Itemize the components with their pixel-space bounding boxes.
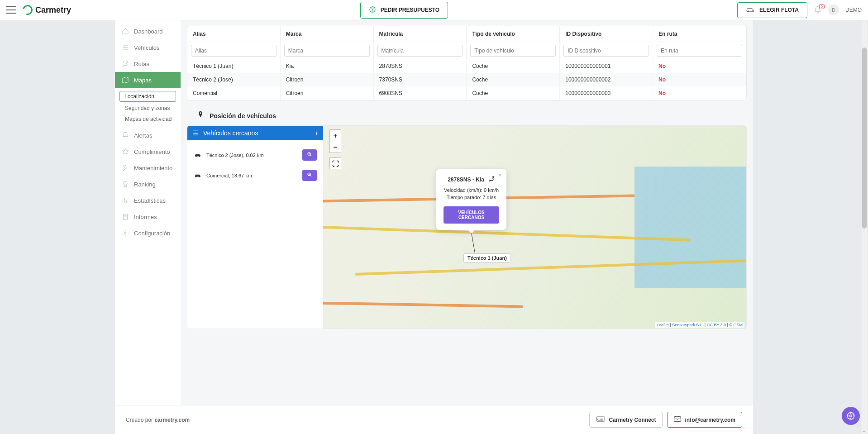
zoom-to-vehicle-button[interactable] bbox=[302, 170, 317, 181]
filter-matricula[interactable] bbox=[377, 45, 463, 57]
nearby-vehicles-button[interactable]: VEHÍCULOS CERCANOS bbox=[444, 206, 499, 224]
nearby-item[interactable]: Comercial, 13.67 km bbox=[192, 165, 319, 186]
svg-point-22 bbox=[850, 415, 852, 417]
popup-title: 2878SNS - Kia bbox=[448, 176, 484, 183]
nearby-title: Vehículos cercanos bbox=[203, 129, 258, 137]
section-title: Posición de vehículos bbox=[210, 112, 276, 119]
brand-logo[interactable]: Carmetry bbox=[23, 5, 71, 15]
choose-fleet-button[interactable]: ELEGIR FLOTA bbox=[737, 2, 807, 18]
star-icon bbox=[121, 148, 129, 156]
keyboard-icon bbox=[596, 416, 605, 424]
marker-label: Técnico 1 (Juan) bbox=[463, 253, 511, 262]
fullscreen-button[interactable]: ⛶ bbox=[329, 157, 341, 169]
nav-rutas[interactable]: Rutas bbox=[115, 56, 181, 72]
user-avatar[interactable]: D bbox=[828, 5, 839, 15]
sub-localizacion[interactable]: Localización bbox=[119, 91, 176, 102]
nav-configuracion[interactable]: Configuración bbox=[115, 225, 181, 241]
topbar: Carmetry PEDIR PRESUPUESTO ELEGIR FLOTA … bbox=[0, 0, 868, 20]
fleet-label: ELEGIR FLOTA bbox=[759, 7, 799, 13]
filter-marca[interactable] bbox=[284, 45, 370, 57]
vehicles-table: Alias Marca Matrícula Tipo de vehículo I… bbox=[187, 26, 746, 100]
wrench-icon bbox=[121, 164, 129, 172]
nav-mantenimiento[interactable]: Mantenimiento bbox=[115, 160, 181, 176]
footer-link[interactable]: carmetry.com bbox=[154, 417, 190, 423]
notifications-button[interactable]: 0 bbox=[814, 6, 822, 14]
svg-point-16 bbox=[493, 176, 494, 178]
svg-point-13 bbox=[199, 176, 200, 177]
th-matricula[interactable]: Matrícula bbox=[373, 26, 467, 42]
sub-actividad[interactable]: Mapas de actividad bbox=[115, 114, 181, 124]
mail-icon bbox=[674, 416, 681, 423]
route-icon bbox=[121, 60, 129, 68]
svg-point-6 bbox=[124, 181, 127, 185]
sub-seguridad[interactable]: Seguridad y zonas bbox=[115, 103, 181, 114]
filter-alias[interactable] bbox=[191, 45, 277, 57]
svg-point-12 bbox=[196, 176, 196, 177]
footer-text: Creado por carmetry.com bbox=[126, 417, 190, 423]
request-quote-button[interactable]: PEDIR PRESUPUESTO bbox=[360, 2, 448, 19]
main-content: Alias Marca Matrícula Tipo de vehículo I… bbox=[181, 20, 753, 434]
svg-rect-19 bbox=[596, 417, 605, 421]
scroll-down-button[interactable]: ⌄ bbox=[862, 428, 867, 434]
nav-ranking[interactable]: Ranking bbox=[115, 176, 181, 192]
help-icon bbox=[369, 6, 376, 14]
nav-alertas[interactable]: Alertas bbox=[115, 127, 181, 143]
filter-icon: ☰ bbox=[193, 129, 199, 137]
nav-dashboard[interactable]: Dashboard bbox=[115, 23, 181, 39]
map-icon bbox=[121, 76, 129, 84]
svg-point-8 bbox=[124, 232, 126, 234]
pin-icon bbox=[196, 110, 205, 121]
sidebar: Dashboard Vehículos Rutas Mapas Localiza… bbox=[115, 20, 181, 434]
nav-informes[interactable]: Informes bbox=[115, 209, 181, 225]
filter-id[interactable] bbox=[563, 45, 649, 57]
vehicles-card: Alias Marca Matrícula Tipo de vehículo I… bbox=[187, 26, 747, 100]
th-marca[interactable]: Marca bbox=[280, 26, 373, 42]
zoom-out-button[interactable]: − bbox=[329, 141, 341, 153]
popup-stopped: Tiempo parado: 7 días bbox=[444, 195, 499, 200]
nav-vehiculos[interactable]: Vehículos bbox=[115, 39, 181, 56]
th-ruta[interactable]: En ruta bbox=[653, 26, 746, 42]
table-row[interactable]: Técnico 1 (Juan) Kia 2878SNS Coche 10000… bbox=[187, 59, 746, 73]
menu-toggle[interactable] bbox=[6, 6, 16, 14]
nearby-panel: ☰ Vehículos cercanos ‹ Técnico 2 (Jose),… bbox=[187, 126, 323, 329]
nav-mapas-sub: Localización Seguridad y zonas Mapas de … bbox=[115, 88, 181, 127]
map-controls: + − ⛶ bbox=[329, 129, 341, 169]
popup-close-button[interactable]: × bbox=[498, 172, 502, 179]
popup-speed: Velocidad (km/h): 0 km/h bbox=[444, 187, 499, 193]
scrollbar[interactable]: ⌄ bbox=[862, 20, 867, 434]
th-tipo[interactable]: Tipo de vehículo bbox=[467, 26, 560, 42]
bell-icon bbox=[121, 131, 129, 139]
nav-estadisticas[interactable]: Estadísticas bbox=[115, 192, 181, 209]
logo-icon bbox=[21, 3, 34, 17]
table-row[interactable]: Comercial Citroen 6908SNS Coche 10000000… bbox=[187, 86, 746, 100]
th-alias[interactable]: Alias bbox=[187, 26, 280, 42]
nearby-header: ☰ Vehículos cercanos ‹ bbox=[187, 126, 323, 140]
svg-point-4 bbox=[123, 65, 124, 67]
svg-point-9 bbox=[196, 156, 196, 157]
filter-tipo[interactable] bbox=[470, 45, 556, 57]
help-fab[interactable] bbox=[842, 407, 860, 425]
sensor-link[interactable]: Sensorspark S.L. bbox=[672, 323, 703, 327]
connect-button[interactable]: Carmetry Connect bbox=[589, 412, 663, 428]
footer: Creado por carmetry.com Carmetry Connect… bbox=[115, 405, 753, 434]
collapse-panel-button[interactable]: ‹ bbox=[315, 129, 318, 137]
osm-link[interactable]: OSM bbox=[733, 323, 743, 327]
email-button[interactable]: info@carmetry.com bbox=[667, 412, 742, 428]
zoom-in-button[interactable]: + bbox=[329, 129, 341, 141]
leaflet-link[interactable]: Leaflet bbox=[657, 323, 669, 327]
th-id[interactable]: ID Dispositivo bbox=[560, 26, 653, 42]
nearby-item[interactable]: Técnico 2 (Jose), 0.02 km bbox=[192, 145, 319, 165]
nav-mapas[interactable]: Mapas bbox=[115, 72, 181, 88]
filter-ruta[interactable] bbox=[657, 45, 742, 57]
svg-point-10 bbox=[199, 156, 200, 157]
notif-badge: 0 bbox=[819, 4, 825, 9]
map-attribution: Leaflet | Sensorspark S.L. | CC BY 3.0 |… bbox=[655, 322, 744, 328]
nav-cumplimiento[interactable]: Cumplimiento bbox=[115, 143, 181, 160]
medal-icon bbox=[121, 180, 129, 188]
gear-icon bbox=[121, 229, 129, 237]
scroll-thumb[interactable] bbox=[862, 48, 867, 229]
car-icon bbox=[194, 172, 202, 179]
zoom-to-vehicle-button[interactable] bbox=[302, 149, 317, 161]
table-row[interactable]: Técnico 2 (Jose) Citroen 7370SNS Coche 1… bbox=[187, 73, 746, 86]
cc-link[interactable]: CC BY 3.0 bbox=[707, 323, 726, 327]
